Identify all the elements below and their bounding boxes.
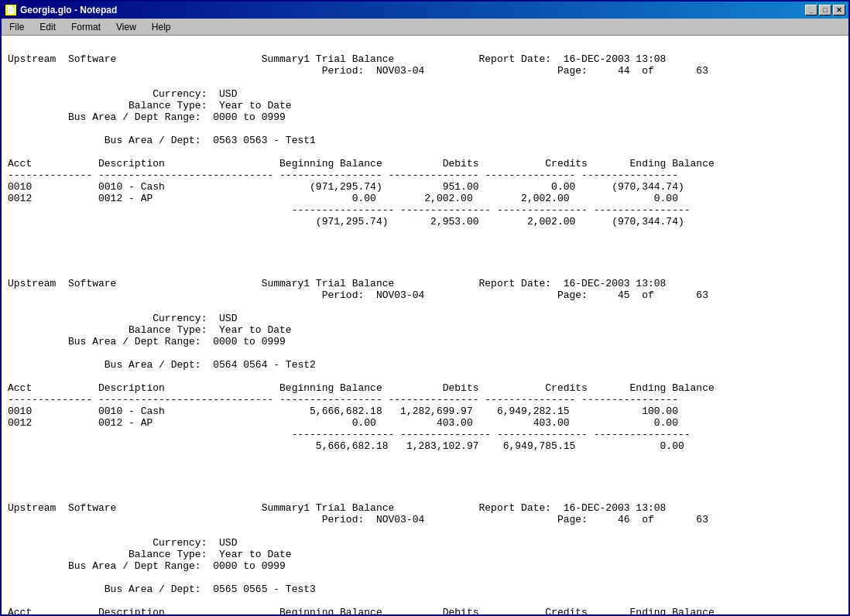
menu-bar: File Edit Format View Help bbox=[2, 19, 848, 36]
section-2: Upstream Software Summary1 Trial Balance… bbox=[8, 266, 842, 452]
section2-content: Upstream Software Summary1 Trial Balance… bbox=[8, 278, 715, 452]
minimize-button[interactable]: _ bbox=[805, 5, 817, 15]
content-area[interactable]: Upstream Software Summary1 Trial Balance… bbox=[2, 36, 848, 614]
title-bar: 📄 Georgia.glo - Notepad _ □ ✕ bbox=[2, 2, 848, 19]
title-bar-left: 📄 Georgia.glo - Notepad bbox=[5, 4, 117, 16]
section-3: Upstream Software Summary1 Trial Balance… bbox=[8, 491, 842, 614]
section-1: Upstream Software Summary1 Trial Balance… bbox=[8, 53, 842, 228]
menu-help[interactable]: Help bbox=[147, 20, 176, 34]
close-button[interactable]: ✕ bbox=[833, 5, 845, 15]
window-title: Georgia.glo - Notepad bbox=[20, 5, 117, 15]
main-window: 📄 Georgia.glo - Notepad _ □ ✕ File Edit … bbox=[0, 0, 850, 616]
menu-view[interactable]: View bbox=[111, 20, 141, 34]
section3-content: Upstream Software Summary1 Trial Balance… bbox=[8, 502, 715, 614]
menu-format[interactable]: Format bbox=[67, 20, 105, 34]
menu-edit[interactable]: Edit bbox=[35, 20, 60, 34]
app-icon: 📄 bbox=[5, 4, 17, 16]
title-buttons: _ □ ✕ bbox=[805, 5, 845, 15]
section1-content: Upstream Software Summary1 Trial Balance… bbox=[8, 53, 715, 228]
maximize-button[interactable]: □ bbox=[819, 5, 831, 15]
menu-file[interactable]: File bbox=[5, 20, 29, 34]
